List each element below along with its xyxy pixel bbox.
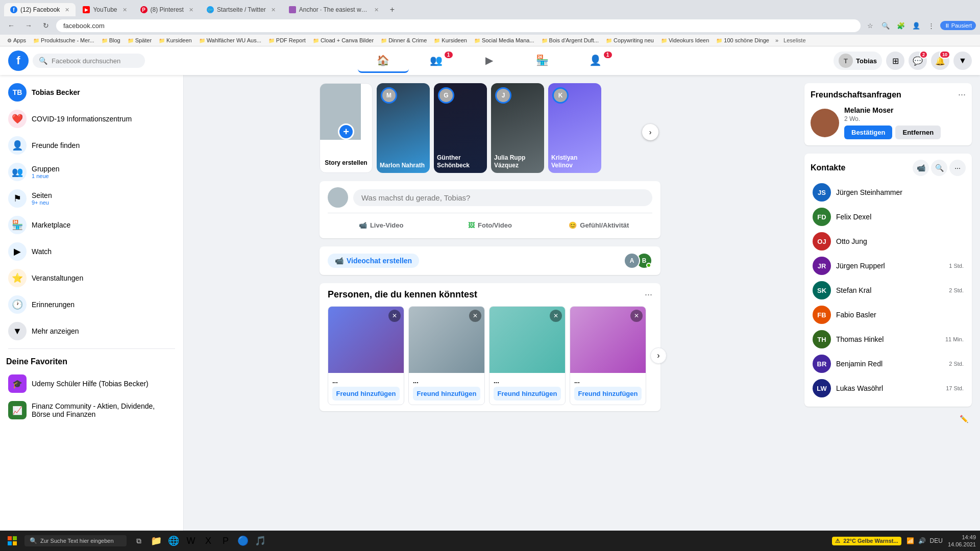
bookmark-wahlfaecher[interactable]: 📁Wahlfächer WU Aus... (196, 36, 264, 44)
dismiss-suggestion-3[interactable]: ✕ (550, 310, 562, 322)
bookmark-bois[interactable]: 📁Bois d'Argent Duft... (538, 36, 602, 44)
bookmark-copywriting[interactable]: 📁Copywriting neu (603, 36, 657, 44)
taskbar-taskview[interactable]: ⧉ (131, 533, 147, 549)
dismiss-suggestion-1[interactable]: ✕ (388, 310, 401, 322)
tab-close-anchor[interactable]: ✕ (374, 7, 379, 13)
tab-close-twitter[interactable]: ✕ (271, 7, 276, 13)
bookmark-apps[interactable]: ⚙Apps (4, 36, 29, 44)
search-input[interactable] (52, 57, 139, 65)
bookmark-blog[interactable]: 📁Blog (99, 36, 124, 44)
suggestions-more-button[interactable]: ··· (645, 289, 652, 300)
volume-icon[interactable]: 🔊 (917, 536, 927, 545)
taskbar-excel[interactable]: X (200, 533, 216, 549)
bookmark-100schone[interactable]: 📁100 schöne Dinge (713, 36, 772, 44)
bookmark-kursideen1[interactable]: 📁Kursideen (156, 36, 195, 44)
language-indicator[interactable]: DEU (929, 536, 944, 545)
video-call-button[interactable]: 📹 (913, 160, 929, 176)
bookmark-produktsuche[interactable]: 📁Produktsuche - Mer... (30, 36, 97, 44)
suggestions-next-button[interactable]: › (650, 347, 667, 364)
taskbar-powerpoint[interactable]: P (217, 533, 234, 549)
tab-close-pinterest[interactable]: ✕ (189, 7, 193, 13)
add-friend-4[interactable]: Freund hinzufügen (574, 387, 642, 400)
friend-requests-more[interactable]: ··· (958, 89, 966, 100)
taskbar-chrome[interactable]: 🔵 (235, 533, 251, 549)
new-tab-button[interactable]: + (386, 3, 399, 16)
stories-next-button[interactable]: › (642, 124, 658, 140)
start-button[interactable] (4, 533, 20, 549)
sidebar-item-groups[interactable]: 👥 Gruppen 1 neue (2, 159, 181, 185)
zoom-button[interactable]: 🔍 (879, 19, 892, 32)
tab-facebook[interactable]: f (12) Facebook ✕ (4, 3, 76, 16)
contact-stefan-kral[interactable]: SK Stefan Kral 2 Std. (811, 278, 966, 303)
bookmark-button[interactable]: ☆ (864, 19, 877, 32)
photo-video-button[interactable]: 🖼 Foto/Video (436, 218, 543, 232)
sidebar-item-events[interactable]: ⭐ Veranstaltungen (2, 265, 181, 291)
bookmark-dinner[interactable]: 📁Dinner & Crime (378, 36, 430, 44)
contact-benjamin-redl[interactable]: BR Benjamin Redl 2 Std. (811, 352, 966, 376)
create-story-plus-button[interactable]: + (338, 123, 354, 140)
bookmark-pdf[interactable]: 📁PDF Report (265, 36, 309, 44)
sidebar-item-pages[interactable]: ⚑ Seiten 9+ neu (2, 185, 181, 212)
confirm-friend-button[interactable]: Bestätigen (844, 126, 892, 139)
sidebar-item-covid[interactable]: ❤️ COVID-19 Informationszentrum (2, 106, 181, 132)
dismiss-suggestion-2[interactable]: ✕ (469, 310, 481, 322)
create-story-card[interactable]: + Story erstellen (320, 83, 373, 173)
tab-close-facebook[interactable]: ✕ (65, 7, 69, 13)
add-friend-3[interactable]: Freund hinzufügen (494, 387, 561, 400)
pause-button[interactable]: ⏸ Pausiert (940, 21, 976, 30)
add-friend-1[interactable]: Freund hinzufügen (332, 387, 400, 400)
remove-friend-button[interactable]: Entfernen (895, 126, 941, 139)
story-julia[interactable]: J Julia Rupp Vázquez (491, 83, 544, 173)
taskbar-edge[interactable]: 🌐 (165, 533, 182, 549)
sidebar-item-finanz[interactable]: 📈 Finanz Community - Aktien, Dividende, … (2, 397, 181, 423)
tab-youtube[interactable]: ▶ YouTube ✕ (77, 3, 133, 16)
search-contacts-button[interactable]: 🔍 (931, 160, 947, 176)
settings-button[interactable]: ⋮ (925, 19, 938, 32)
bookmarks-leseliste[interactable]: Leseliste (781, 36, 807, 44)
address-input[interactable] (56, 19, 861, 32)
sidebar-user-link[interactable]: TB Tobias Becker (2, 79, 181, 106)
contact-felix-dexel[interactable]: FD Felix Dexel (811, 205, 966, 229)
forward-button[interactable]: → (21, 18, 36, 33)
contact-thomas-hinkel[interactable]: TH Thomas Hinkel 11 Min. (811, 327, 966, 352)
extension-button[interactable]: 🧩 (894, 19, 908, 32)
bookmark-kursideen2[interactable]: 📁Kursideen (431, 36, 470, 44)
nav-friends[interactable]: 👥 1 (411, 48, 462, 73)
tab-twitter[interactable]: 🐦 Startseite / Twitter ✕ (201, 3, 282, 16)
apps-menu-button[interactable]: ⊞ (886, 52, 904, 70)
back-button[interactable]: ← (4, 18, 18, 33)
sidebar-item-memories[interactable]: 🕐 Erinnerungen (2, 291, 181, 318)
search-box[interactable]: 🔍 (33, 54, 145, 68)
notifications-button[interactable]: 🔔 10 (931, 52, 949, 70)
add-friend-2[interactable]: Freund hinzufügen (413, 387, 480, 400)
messenger-button[interactable]: 💬 2 (909, 52, 927, 70)
contacts-more-button[interactable]: ··· (949, 160, 966, 176)
composer-input[interactable] (353, 189, 652, 206)
weather-notification[interactable]: ⚠ 22°C Gelbe Warnst... (832, 537, 901, 545)
story-kristiyan[interactable]: K Kristiyan Velinov (548, 83, 601, 173)
contact-lukas-wasoehrl[interactable]: LW Lukas Wasöhrl 17 Std. (811, 376, 966, 400)
nav-watch[interactable]: ▶ (464, 48, 515, 73)
story-gunther[interactable]: G Günther Schönbeck (434, 83, 487, 173)
live-video-button[interactable]: 📹 Live-Video (328, 218, 434, 232)
taskbar-spotify[interactable]: 🎵 (252, 533, 268, 549)
taskbar-file-explorer[interactable]: 📁 (148, 533, 164, 549)
header-user-button[interactable]: T Tobias (834, 52, 882, 70)
dismiss-suggestion-4[interactable]: ✕ (630, 310, 643, 322)
edit-contacts-button[interactable]: ✏️ (955, 411, 972, 427)
sidebar-item-friends[interactable]: 👤 Freunde finden (2, 132, 181, 159)
bookmarks-more[interactable]: » (773, 36, 780, 44)
sidebar-item-marketplace[interactable]: 🏪 Marketplace (2, 212, 181, 238)
tab-pinterest[interactable]: P (8) Pinterest ✕ (134, 3, 200, 16)
contact-jurgen-rupperl[interactable]: JR Jürgen Rupperl 1 Std. (811, 254, 966, 278)
contact-jurgen-steinhammer[interactable]: JS Jürgen Steinhammer (811, 180, 966, 205)
facebook-logo[interactable]: f (8, 51, 29, 71)
bookmark-social-media[interactable]: 📁Social Media Mana... (471, 36, 537, 44)
tab-close-youtube[interactable]: ✕ (122, 7, 127, 13)
profile-button[interactable]: 👤 (910, 19, 923, 32)
bookmark-canva[interactable]: 📁Cload + Canva Bilder (310, 36, 377, 44)
refresh-button[interactable]: ↻ (39, 18, 53, 33)
nav-marketplace[interactable]: 🏪 (517, 48, 568, 73)
nav-home[interactable]: 🏠 (358, 48, 409, 73)
sidebar-item-more[interactable]: ▼ Mehr anzeigen (2, 318, 181, 344)
